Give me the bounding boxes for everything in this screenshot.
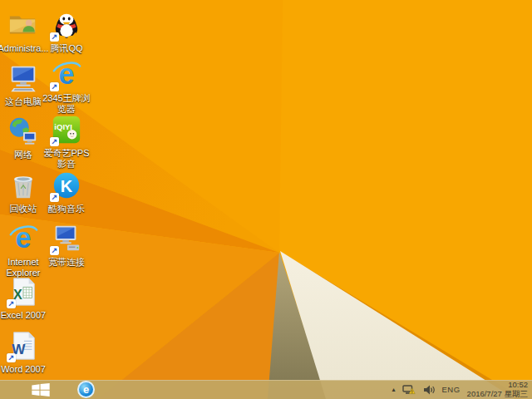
desktop[interactable]: Administra... 这台电脑 网络 回收站 e Internet Exp… — [0, 0, 532, 399]
taskbar-clock[interactable]: 10:52 2016/7/27 星期三 — [467, 381, 528, 398]
desktop-icon-broadband[interactable]: ↗ 宽带连接 — [40, 222, 93, 268]
iqiyi-icon: iQIYI↗ — [50, 114, 83, 147]
windows-logo-icon — [32, 383, 50, 397]
word-icon: W↗ — [7, 330, 40, 363]
shortcut-arrow-icon: ↗ — [50, 193, 59, 202]
start-button[interactable] — [23, 380, 58, 399]
network-globe-icon — [7, 116, 40, 149]
desktop-icon-kugou-music[interactable]: K↗ 酷狗音乐 — [40, 169, 93, 214]
shortcut-arrow-icon: ↗ — [7, 299, 16, 308]
desktop-icon-label: 宽带连接 — [40, 257, 93, 268]
svg-text:iQIYI: iQIYI — [54, 122, 72, 131]
desktop-icon-label: 爱奇艺PPS 影音 — [40, 148, 93, 169]
desktop-icon-word-2007[interactable]: W↗ Word 2007 — [0, 329, 50, 375]
kugou-k-icon: K↗ — [50, 170, 83, 203]
excel-icon: X↗ — [7, 276, 40, 309]
shortcut-arrow-icon: ↗ — [50, 32, 59, 42]
desktop-icon-iqiyi-pps[interactable]: iQIYI↗ 爱奇艺PPS 影音 — [40, 113, 93, 169]
ie-e-icon: e — [7, 223, 40, 256]
user-folder-icon — [7, 9, 40, 42]
shortcut-arrow-icon: ↗ — [50, 82, 59, 91]
taskbar-internet-explorer-button[interactable]: e — [77, 381, 95, 398]
ie-e-icon: e — [83, 384, 89, 395]
language-indicator[interactable]: ENG — [442, 385, 461, 394]
show-hidden-icons-button[interactable]: ▴ — [392, 387, 395, 393]
qq-penguin-icon: ↗ — [50, 9, 83, 42]
shortcut-arrow-icon: ↗ — [50, 246, 59, 255]
desktop-icon-label: 酷狗音乐 — [40, 204, 93, 214]
desktop-icon-excel-2007[interactable]: X↗ Excel 2007 — [0, 275, 50, 321]
desktop-icon-2345-browser[interactable]: e↗ 2345王牌浏览器 — [40, 58, 93, 114]
ie-e-icon: e↗ — [50, 59, 83, 92]
desktop-icon-label: Excel 2007 — [0, 310, 50, 321]
system-tray: ▴ ENG 10:52 2016/7/27 星期三 — [392, 380, 532, 399]
desktop-icon-label: 2345王牌浏览器 — [40, 93, 93, 114]
shortcut-arrow-icon: ↗ — [50, 137, 59, 146]
clock-date: 2016/7/27 星期三 — [467, 390, 528, 399]
shortcut-arrow-icon: ↗ — [7, 353, 16, 362]
clock-time: 10:52 — [467, 381, 528, 390]
desktop-icon-label: 腾讯QQ — [40, 43, 93, 54]
recycle-bin-icon — [7, 170, 40, 203]
volume-icon[interactable] — [422, 384, 436, 396]
desktop-icon-label: Word 2007 — [0, 364, 50, 375]
svg-text:K: K — [61, 177, 73, 195]
desktop-icon-tencent-qq[interactable]: ↗ 腾讯QQ — [40, 8, 93, 54]
network-warning-icon[interactable] — [402, 384, 416, 396]
computer-icon — [7, 62, 40, 96]
taskbar: e ▴ ENG 10:52 2016/7/27 星期三 — [0, 380, 532, 399]
broadband-icon: ↗ — [50, 223, 83, 256]
